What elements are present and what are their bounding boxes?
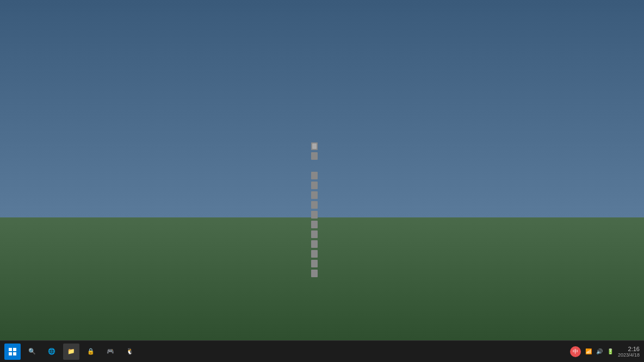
- windows-logo-icon: [8, 347, 17, 356]
- game-ground: [0, 260, 145, 346]
- svg-rect-17: [13, 348, 16, 351]
- svg-rect-16: [9, 348, 12, 351]
- taskbar-right: 中 📶 🔊 🔋 2:16 2023/4/18: [570, 346, 640, 358]
- clock-time: 2:16: [618, 346, 640, 352]
- game-background: [0, 260, 145, 346]
- settings-icon-14: [311, 221, 318, 228]
- settings-icon-17: [311, 250, 318, 258]
- taskbar-app2-button[interactable]: 🎮: [102, 344, 119, 360]
- taskbar-left: 🔍 🌐 📁 🔒 🎮 🐧: [4, 344, 138, 360]
- taskbar-browser-button[interactable]: 🌐: [44, 344, 60, 360]
- svg-rect-18: [9, 352, 12, 355]
- taskbar-wifi-icon: 📶: [585, 348, 592, 354]
- taskbar-notification-icon[interactable]: 中: [570, 346, 581, 357]
- taskbar-folder-button[interactable]: 📁: [63, 344, 79, 360]
- taskbar: 🔍 🌐 📁 🔒 🎮 🐧 中 📶 🔊 🔋 2:16 2023/4/18: [0, 340, 644, 362]
- settings-icon-12: [311, 201, 318, 209]
- taskbar-app3-button[interactable]: 🐧: [122, 344, 138, 360]
- settings-icon-6: [311, 142, 318, 150]
- settings-icon-15: [311, 230, 318, 238]
- settings-icon-16: [311, 240, 318, 248]
- settings-icon-11: [311, 191, 318, 199]
- settings-icon-7: [311, 152, 318, 160]
- taskbar-clock: 2:16 2023/4/18: [618, 346, 640, 358]
- start-button[interactable]: [4, 344, 21, 360]
- svg-rect-19: [13, 352, 16, 355]
- taskbar-volume-icon: 🔊: [596, 348, 603, 354]
- taskbar-battery-icon: 🔋: [607, 348, 614, 354]
- settings-icon-19: [311, 270, 318, 277]
- game-panel: 🎮 游戏 ⋮ Display 1 ▼ Free Aspect ▼: [0, 237, 145, 346]
- taskbar-search-button[interactable]: 🔍: [24, 344, 40, 360]
- settings-icon-18: [311, 260, 318, 267]
- settings-icon-10: [311, 182, 318, 189]
- taskbar-app1-button[interactable]: 🔒: [83, 344, 99, 360]
- settings-icon-9: [311, 172, 318, 179]
- clock-date: 2023/4/18: [618, 352, 640, 358]
- left-panels: ⊞ 场景 ⋮ ≡ ◉ ✦ 📷 ⊞ ⊟ 2D: [0, 38, 146, 346]
- game-view[interactable]: [0, 260, 145, 346]
- settings-icon-13: [311, 211, 318, 219]
- main-layout: ⊞ 场景 ⋮ ≡ ◉ ✦ 📷 ⊞ ⊟ 2D: [0, 38, 644, 346]
